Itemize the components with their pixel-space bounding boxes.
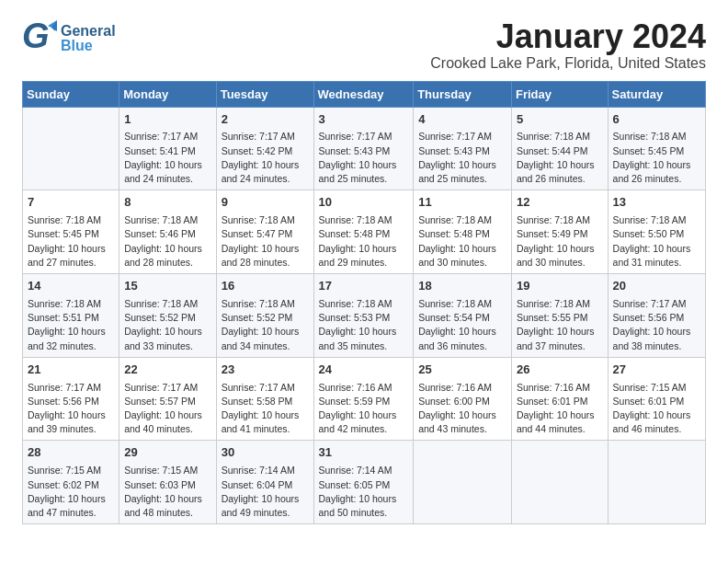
logo-icon: G [22,18,57,59]
cell-info: Sunrise: 7:18 AMSunset: 5:47 PMDaylight:… [222,213,309,270]
cell-info: Sunrise: 7:18 AMSunset: 5:50 PMDaylight:… [613,213,700,270]
calendar-cell: 15Sunrise: 7:18 AMSunset: 5:52 PMDayligh… [119,274,216,358]
date-number: 22 [124,362,210,379]
date-number: 18 [418,278,506,295]
date-number: 15 [124,278,210,295]
week-row-2: 7Sunrise: 7:18 AMSunset: 5:45 PMDaylight… [23,190,706,274]
date-number: 23 [222,362,309,379]
calendar-cell: 22Sunrise: 7:17 AMSunset: 5:57 PMDayligh… [119,357,216,441]
date-number: 14 [28,278,114,295]
date-number: 19 [517,278,603,295]
calendar-cell [608,441,705,524]
calendar-cell: 6Sunrise: 7:18 AMSunset: 5:45 PMDaylight… [608,107,705,190]
calendar-cell: 18Sunrise: 7:18 AMSunset: 5:54 PMDayligh… [414,274,512,358]
cell-info: Sunrise: 7:15 AMSunset: 6:02 PMDaylight:… [28,464,114,520]
day-header-sunday: Sunday [23,81,119,107]
date-number: 30 [222,444,309,462]
calendar-cell: 21Sunrise: 7:17 AMSunset: 5:56 PMDayligh… [23,357,119,441]
date-number: 16 [222,278,309,295]
date-number: 17 [319,278,409,295]
calendar-cell: 1Sunrise: 7:17 AMSunset: 5:41 PMDaylight… [119,107,216,190]
calendar-cell: 17Sunrise: 7:18 AMSunset: 5:53 PMDayligh… [313,274,414,358]
day-header-wednesday: Wednesday [313,81,414,107]
week-row-3: 14Sunrise: 7:18 AMSunset: 5:51 PMDayligh… [23,274,706,358]
date-number: 6 [613,111,700,129]
date-number: 31 [319,444,409,462]
cell-info: Sunrise: 7:18 AMSunset: 5:54 PMDaylight:… [418,297,506,353]
day-header-tuesday: Tuesday [216,81,313,107]
logo-blue-text: Blue [61,39,116,53]
day-header-monday: Monday [119,81,216,107]
week-row-5: 28Sunrise: 7:15 AMSunset: 6:02 PMDayligh… [23,441,706,524]
cell-info: Sunrise: 7:17 AMSunset: 5:57 PMDaylight:… [124,381,210,437]
calendar-cell: 26Sunrise: 7:16 AMSunset: 6:01 PMDayligh… [511,357,608,441]
day-header-friday: Friday [511,81,608,107]
calendar-cell: 5Sunrise: 7:18 AMSunset: 5:44 PMDaylight… [511,107,608,190]
page-header: G General Blue January 2024 Crooked Lake… [22,18,706,72]
cell-info: Sunrise: 7:18 AMSunset: 5:53 PMDaylight:… [319,297,409,353]
calendar-cell: 27Sunrise: 7:15 AMSunset: 6:01 PMDayligh… [608,357,705,441]
cell-info: Sunrise: 7:17 AMSunset: 5:42 PMDaylight:… [222,130,309,186]
cell-info: Sunrise: 7:17 AMSunset: 5:41 PMDaylight:… [124,130,210,186]
calendar-cell: 16Sunrise: 7:18 AMSunset: 5:52 PMDayligh… [216,274,313,358]
cell-info: Sunrise: 7:18 AMSunset: 5:52 PMDaylight:… [124,297,210,353]
calendar-cell: 7Sunrise: 7:18 AMSunset: 5:45 PMDaylight… [23,190,119,274]
calendar-cell: 28Sunrise: 7:15 AMSunset: 6:02 PMDayligh… [23,441,119,524]
cell-info: Sunrise: 7:15 AMSunset: 6:03 PMDaylight:… [124,464,210,520]
calendar-table: SundayMondayTuesdayWednesdayThursdayFrid… [22,81,706,525]
date-number: 8 [124,194,210,212]
date-number: 1 [124,111,210,129]
cell-info: Sunrise: 7:18 AMSunset: 5:49 PMDaylight:… [517,213,603,270]
date-number: 21 [28,362,114,379]
date-number: 13 [613,194,700,212]
calendar-cell: 19Sunrise: 7:18 AMSunset: 5:55 PMDayligh… [511,274,608,358]
date-number: 24 [319,362,409,379]
date-number: 20 [613,278,700,295]
calendar-cell: 13Sunrise: 7:18 AMSunset: 5:50 PMDayligh… [608,190,705,274]
logo-general-text: General [61,24,116,39]
date-number: 27 [613,362,700,379]
svg-text:G: G [22,18,50,55]
day-header-thursday: Thursday [414,81,512,107]
calendar-cell: 3Sunrise: 7:17 AMSunset: 5:43 PMDaylight… [313,107,414,190]
logo-text: General Blue [61,24,116,53]
cell-info: Sunrise: 7:17 AMSunset: 5:56 PMDaylight:… [613,297,700,353]
calendar-cell [414,441,512,524]
date-number: 5 [517,111,603,129]
calendar-cell: 11Sunrise: 7:18 AMSunset: 5:48 PMDayligh… [414,190,512,274]
calendar-cell [23,107,119,190]
cell-info: Sunrise: 7:18 AMSunset: 5:44 PMDaylight:… [517,130,603,186]
cell-info: Sunrise: 7:17 AMSunset: 5:43 PMDaylight:… [319,130,409,186]
week-row-1: 1Sunrise: 7:17 AMSunset: 5:41 PMDaylight… [23,107,706,190]
cell-info: Sunrise: 7:18 AMSunset: 5:52 PMDaylight:… [222,297,309,353]
date-number: 3 [319,111,409,129]
cell-info: Sunrise: 7:15 AMSunset: 6:01 PMDaylight:… [613,381,700,437]
cell-info: Sunrise: 7:18 AMSunset: 5:46 PMDaylight:… [124,213,210,270]
date-number: 7 [28,194,114,212]
calendar-cell: 31Sunrise: 7:14 AMSunset: 6:05 PMDayligh… [313,441,414,524]
date-number: 26 [517,362,603,379]
date-number: 29 [124,444,210,462]
cell-info: Sunrise: 7:18 AMSunset: 5:51 PMDaylight:… [28,297,114,353]
cell-info: Sunrise: 7:18 AMSunset: 5:48 PMDaylight:… [418,213,506,270]
calendar-cell: 30Sunrise: 7:14 AMSunset: 6:04 PMDayligh… [216,441,313,524]
cell-info: Sunrise: 7:18 AMSunset: 5:45 PMDaylight:… [28,213,114,270]
date-number: 2 [222,111,309,129]
cell-info: Sunrise: 7:17 AMSunset: 5:56 PMDaylight:… [28,381,114,437]
calendar-cell: 29Sunrise: 7:15 AMSunset: 6:03 PMDayligh… [119,441,216,524]
calendar-cell: 12Sunrise: 7:18 AMSunset: 5:49 PMDayligh… [511,190,608,274]
cell-info: Sunrise: 7:14 AMSunset: 6:05 PMDaylight:… [319,464,409,520]
week-row-4: 21Sunrise: 7:17 AMSunset: 5:56 PMDayligh… [23,357,706,441]
calendar-cell: 9Sunrise: 7:18 AMSunset: 5:47 PMDaylight… [216,190,313,274]
calendar-cell: 20Sunrise: 7:17 AMSunset: 5:56 PMDayligh… [608,274,705,358]
calendar-cell [511,441,608,524]
date-number: 28 [28,444,114,462]
date-number: 10 [319,194,409,212]
calendar-cell: 8Sunrise: 7:18 AMSunset: 5:46 PMDaylight… [119,190,216,274]
calendar-cell: 25Sunrise: 7:16 AMSunset: 6:00 PMDayligh… [414,357,512,441]
calendar-subtitle: Crooked Lake Park, Florida, United State… [430,55,706,72]
calendar-cell: 10Sunrise: 7:18 AMSunset: 5:48 PMDayligh… [313,190,414,274]
cell-info: Sunrise: 7:17 AMSunset: 5:58 PMDaylight:… [222,381,309,437]
calendar-cell: 2Sunrise: 7:17 AMSunset: 5:42 PMDaylight… [216,107,313,190]
calendar-cell: 24Sunrise: 7:16 AMSunset: 5:59 PMDayligh… [313,357,414,441]
